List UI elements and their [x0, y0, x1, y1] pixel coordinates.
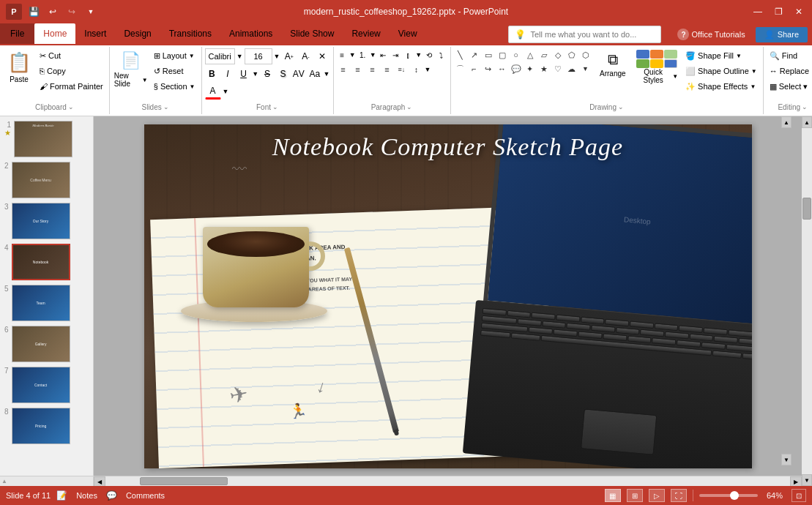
- slide-thumb-6[interactable]: 6 Gallery: [3, 324, 90, 364]
- shape-parallelogram[interactable]: ▱: [537, 48, 551, 61]
- shape-pentagon[interactable]: ⬠: [565, 48, 578, 61]
- copy-button[interactable]: ⎘ Copy: [37, 64, 106, 78]
- office-tutorials-btn[interactable]: ? Office Tutorials: [671, 23, 750, 45]
- convert-smartart-button[interactable]: ⤵: [436, 48, 447, 61]
- justify-low-button[interactable]: ≡↓: [395, 63, 409, 76]
- shape-star4[interactable]: ✦: [524, 62, 537, 75]
- shape-double-arrow[interactable]: ↔: [496, 62, 509, 75]
- menu-animations[interactable]: Animations: [220, 23, 281, 44]
- shape-bent-arrow[interactable]: ↪: [482, 62, 495, 75]
- decrease-font-button[interactable]: A-: [298, 48, 313, 64]
- char-spacing-button[interactable]: AV: [291, 66, 306, 82]
- slide-thumb-8[interactable]: 8 Pricing: [3, 406, 90, 446]
- shadow-button[interactable]: S: [276, 66, 291, 82]
- canvas-area[interactable]: ▲ Notebook Computer Sketch Page: [94, 116, 802, 476]
- comments-btn[interactable]: Comments: [123, 490, 168, 501]
- customize-qat-btn[interactable]: ▼: [83, 4, 98, 19]
- reset-button[interactable]: ↺ Reset: [151, 64, 198, 78]
- font-color-dropdown[interactable]: ▼: [223, 88, 229, 95]
- scroll-down-button[interactable]: ▼: [802, 474, 812, 486]
- numbering-dropdown[interactable]: ▼: [370, 51, 376, 59]
- underline-button[interactable]: U: [236, 66, 251, 82]
- slide-thumb-4[interactable]: 4 Notebook: [3, 242, 90, 282]
- drawing-expand-icon[interactable]: ⌄: [618, 103, 624, 111]
- shape-curve[interactable]: ⌒: [454, 62, 467, 75]
- clipboard-expand-icon[interactable]: ⌄: [68, 103, 74, 111]
- text-direction-button[interactable]: ⟲: [423, 48, 434, 61]
- slide-3-thumbnail[interactable]: Our Story: [12, 203, 70, 239]
- paragraph-expand-icon[interactable]: ⌄: [406, 103, 412, 111]
- menu-view[interactable]: View: [390, 23, 426, 44]
- bullets-button[interactable]: ≡: [337, 48, 348, 61]
- menu-slideshow[interactable]: Slide Show: [281, 23, 343, 44]
- quick-styles-button[interactable]: Quick Styles ▼: [633, 48, 679, 86]
- slide-4-thumbnail[interactable]: Notebook: [12, 244, 70, 280]
- indent-decrease-button[interactable]: ⇤: [378, 48, 389, 61]
- numbering-button[interactable]: 1.: [357, 48, 368, 61]
- menu-transitions[interactable]: Transitions: [160, 23, 220, 44]
- format-painter-button[interactable]: 🖌 Format Painter: [37, 79, 106, 94]
- menu-insert[interactable]: Insert: [75, 23, 115, 44]
- tell-me-input[interactable]: [530, 30, 655, 39]
- scroll-thumb[interactable]: [802, 198, 811, 220]
- shape-callout[interactable]: 💬: [510, 62, 523, 75]
- editing-expand-icon[interactable]: ⌄: [802, 103, 808, 111]
- replace-button[interactable]: ↔ Replace: [767, 64, 812, 78]
- slide-2-thumbnail[interactable]: Coffee Menu: [12, 162, 70, 198]
- menu-review[interactable]: Review: [343, 23, 389, 44]
- shape-line[interactable]: ╲: [454, 48, 467, 61]
- new-slide-dropdown[interactable]: ▼: [142, 77, 148, 83]
- underline-dropdown[interactable]: ▼: [252, 70, 258, 78]
- notes-btn[interactable]: Notes: [73, 490, 100, 501]
- quick-styles-dropdown[interactable]: ▼: [672, 73, 678, 80]
- shape-outline-button[interactable]: ⬜ Shape Outline ▼: [682, 64, 760, 78]
- shape-arrow[interactable]: ↗: [468, 48, 481, 61]
- shape-fill-dropdown[interactable]: ▼: [736, 53, 742, 59]
- normal-view-btn[interactable]: ▦: [605, 489, 621, 502]
- bullets-dropdown[interactable]: ▼: [349, 51, 356, 59]
- scroll-up-btn[interactable]: ▲: [781, 116, 791, 128]
- shape-fill-button[interactable]: 🪣 Shape Fill ▼: [682, 48, 760, 63]
- menu-home[interactable]: Home: [34, 23, 75, 44]
- slideshow-view-btn[interactable]: ⛶: [671, 489, 687, 502]
- zoom-level-btn[interactable]: 64%: [764, 490, 786, 501]
- menu-design[interactable]: Design: [115, 23, 160, 44]
- layout-button[interactable]: ⊞ Layout ▼: [151, 48, 198, 63]
- arrange-button[interactable]: ⧉ Arrange: [595, 48, 631, 81]
- change-case-dropdown[interactable]: ▼: [324, 70, 330, 78]
- redo-btn[interactable]: ↪: [64, 4, 79, 19]
- font-size-input[interactable]: 16: [245, 48, 272, 64]
- scroll-down-btn[interactable]: ▼: [781, 454, 791, 465]
- shape-heart[interactable]: ♡: [551, 62, 565, 75]
- columns-dropdown[interactable]: ▼: [415, 51, 422, 59]
- increase-font-button[interactable]: A+: [282, 48, 297, 64]
- align-left-button[interactable]: ≡: [337, 63, 350, 76]
- shape-rounded-rect[interactable]: ▢: [496, 48, 509, 61]
- cut-button[interactable]: ✂ Cut: [37, 48, 106, 63]
- font-expand-icon[interactable]: ⌄: [272, 103, 278, 111]
- slide-thumb-3[interactable]: 3 Our Story: [3, 201, 90, 241]
- shape-effects-button[interactable]: ✨ Shape Effects ▼: [682, 79, 760, 94]
- slide-thumb-1[interactable]: 1★ Modern Rustic: [3, 119, 90, 159]
- section-dropdown-icon[interactable]: ▼: [190, 83, 195, 90]
- indent-increase-button[interactable]: ⇥: [390, 48, 401, 61]
- slide-8-thumbnail[interactable]: Pricing: [12, 408, 70, 444]
- clear-format-button[interactable]: ✕: [315, 48, 330, 64]
- slide-5-thumbnail[interactable]: Team: [12, 285, 70, 321]
- select-button[interactable]: ▦ Select ▾: [767, 79, 812, 94]
- scroll-up-button[interactable]: ▲: [802, 116, 812, 128]
- shapes-more[interactable]: ▼: [579, 62, 592, 75]
- h-scroll-left-btn[interactable]: ◀: [94, 476, 105, 486]
- strikethrough-button[interactable]: S: [260, 66, 275, 82]
- slides-expand-icon[interactable]: ⌄: [163, 103, 169, 111]
- reading-view-btn[interactable]: ▷: [649, 489, 665, 502]
- shape-star5[interactable]: ★: [537, 62, 551, 75]
- bold-button[interactable]: B: [205, 66, 220, 82]
- slide-sorter-btn[interactable]: ⊞: [627, 489, 643, 502]
- h-scroll-right-btn[interactable]: ▶: [790, 476, 802, 486]
- shape-connector[interactable]: ⌐: [468, 62, 481, 75]
- undo-btn[interactable]: ↩: [45, 4, 60, 19]
- shape-oval[interactable]: ○: [510, 48, 523, 61]
- slide-1-thumbnail[interactable]: Modern Rustic: [14, 121, 72, 157]
- fit-slide-btn[interactable]: ⊡: [791, 489, 806, 502]
